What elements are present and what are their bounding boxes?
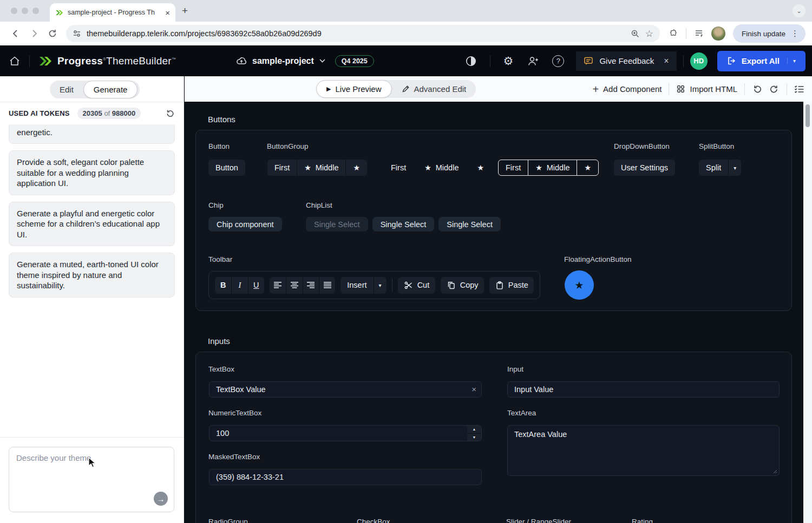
paste-button[interactable]: Paste (489, 277, 534, 294)
textbox-field[interactable] (209, 381, 482, 398)
window-controls[interactable] (11, 8, 39, 14)
add-component-label: Add Component (603, 84, 662, 94)
tab-advanced-edit[interactable]: Advanced Edit (392, 80, 476, 98)
close-window-button[interactable] (11, 8, 17, 14)
group-button-first[interactable]: First (267, 160, 297, 176)
edit-generate-toggle: Edit Generate (50, 81, 140, 98)
group-button-star[interactable]: ★ (577, 160, 598, 175)
undo-button[interactable] (752, 84, 762, 94)
dropdown-button[interactable]: User Settings (614, 160, 675, 176)
minimize-window-button[interactable] (22, 8, 28, 14)
user-avatar[interactable]: HD (690, 52, 708, 70)
tab-search-button[interactable]: ⌄ (793, 4, 806, 17)
tab-live-preview[interactable]: ▶ Live Preview (316, 80, 392, 98)
export-all-button[interactable]: Export All ▾ (717, 51, 806, 71)
prompt-card[interactable]: Generate a playful and energetic color s… (9, 202, 175, 247)
redo-button[interactable] (769, 84, 780, 94)
insert-caret-button[interactable]: ▾ (374, 277, 387, 294)
spinner-up-button[interactable]: ▲ (467, 426, 481, 433)
numeric-field[interactable] (209, 425, 482, 441)
chip-component[interactable]: Chip component (208, 217, 282, 231)
group-button-star[interactable]: ★ (469, 160, 492, 176)
chip-item[interactable]: Single Select (372, 217, 435, 231)
masked-field[interactable] (209, 469, 482, 485)
group-button-middle[interactable]: ★Middle (297, 160, 345, 176)
zoom-icon[interactable] (631, 29, 640, 38)
prompt-card[interactable]: Generate a muted, earth-toned UI color t… (9, 253, 175, 297)
scrollbar-thumb[interactable] (806, 104, 810, 127)
chiplist: Single Select Single Select Single Selec… (306, 217, 501, 231)
split-button-arrow[interactable]: ▾ (728, 160, 741, 176)
browser-tab[interactable]: sample-project - Progress Th × (50, 3, 175, 22)
chip-item[interactable]: Single Select (438, 217, 501, 231)
preview-canvas: Buttons Button ButtonGroup DropDownButto… (185, 102, 803, 523)
bold-button[interactable]: B (215, 277, 231, 294)
extensions-icon[interactable] (669, 29, 678, 38)
tab-edit[interactable]: Edit (50, 81, 83, 98)
component-list-button[interactable] (794, 84, 804, 94)
invite-user-button[interactable] (527, 56, 539, 67)
italic-button[interactable]: I (231, 277, 247, 294)
tab-close-icon[interactable]: × (165, 9, 170, 17)
help-button[interactable]: ? (552, 55, 564, 67)
cut-button[interactable]: Cut (398, 277, 435, 294)
clear-icon[interactable]: × (472, 385, 476, 394)
canvas-scrollbar[interactable] (803, 102, 812, 523)
reading-list-icon[interactable] (694, 29, 704, 38)
export-caret-icon[interactable]: ▾ (787, 58, 801, 64)
brand-tm: ™ (172, 56, 176, 61)
group-button-middle[interactable]: ★Middle (528, 160, 577, 175)
copy-button[interactable]: Copy (441, 277, 484, 294)
send-prompt-button[interactable]: → (154, 492, 168, 506)
input-field[interactable] (507, 381, 780, 398)
site-settings-icon[interactable] (73, 29, 81, 38)
split-button-main[interactable]: Split (699, 160, 728, 176)
underline-button[interactable]: U (248, 277, 264, 294)
insert-button[interactable]: Insert (340, 277, 373, 294)
new-tab-button[interactable]: + (182, 5, 188, 17)
cut-wrap: Cut (398, 277, 435, 294)
project-selector[interactable]: sample-project Q4 2025 (236, 55, 374, 67)
finish-update-button[interactable]: Finish update ⋮ (733, 24, 806, 43)
floating-action-button[interactable]: ★ (565, 270, 594, 300)
theme-contrast-toggle[interactable] (465, 55, 477, 67)
reload-button[interactable] (43, 24, 62, 43)
browser-profile-avatar[interactable] (711, 27, 725, 41)
divider (669, 83, 669, 95)
tab-generate[interactable]: Generate (83, 81, 138, 98)
progress-favicon-icon (55, 9, 63, 17)
chip-item[interactable]: Single Select (306, 217, 368, 231)
group-button-first[interactable]: First (383, 160, 414, 176)
add-component-button[interactable]: + Add Component (592, 84, 662, 95)
reset-history-button[interactable] (165, 109, 175, 118)
prompt-history-list: Generate a theme that feels modern and e… (0, 124, 184, 427)
describe-theme-input[interactable] (9, 447, 174, 512)
tokens-label: USED AI TOKENS (9, 109, 70, 117)
url-text[interactable]: themebuilderapp.telerik.com/projects/698… (87, 29, 625, 38)
bookmark-star-icon[interactable]: ☆ (645, 28, 653, 39)
align-center-button[interactable] (286, 277, 302, 294)
home-button[interactable] (9, 55, 21, 67)
align-right-button[interactable] (303, 277, 319, 294)
settings-gear-button[interactable]: ⚙ (503, 55, 514, 68)
back-button[interactable] (6, 24, 25, 43)
zoom-window-button[interactable] (32, 8, 39, 14)
prompt-card[interactable]: Generate a theme that feels modern and e… (9, 124, 175, 144)
spinner-down-button[interactable]: ▼ (467, 433, 481, 441)
textarea-field[interactable]: TextArea Value (507, 425, 780, 476)
align-justify-button[interactable] (319, 277, 335, 294)
canvas-actions: + Add Component Import HTML (592, 76, 804, 102)
align-left-button[interactable] (270, 277, 286, 294)
prompt-card[interactable]: Provide a soft, elegant color palette su… (9, 150, 175, 195)
divider (0, 437, 184, 438)
url-bar[interactable]: themebuilderapp.telerik.com/projects/698… (66, 25, 660, 42)
forward-button[interactable] (25, 24, 43, 43)
group-button-star[interactable]: ★ (345, 160, 367, 176)
group-button-first[interactable]: First (499, 160, 528, 175)
give-feedback-banner[interactable]: Give Feedback × (576, 51, 676, 71)
group-button-middle[interactable]: ★Middle (417, 160, 466, 176)
import-html-button[interactable]: Import HTML (676, 84, 737, 94)
feedback-close-icon[interactable]: × (664, 56, 669, 66)
chrome-menu-icon[interactable]: ⋮ (791, 29, 799, 38)
preview-button[interactable]: Button (208, 160, 245, 176)
